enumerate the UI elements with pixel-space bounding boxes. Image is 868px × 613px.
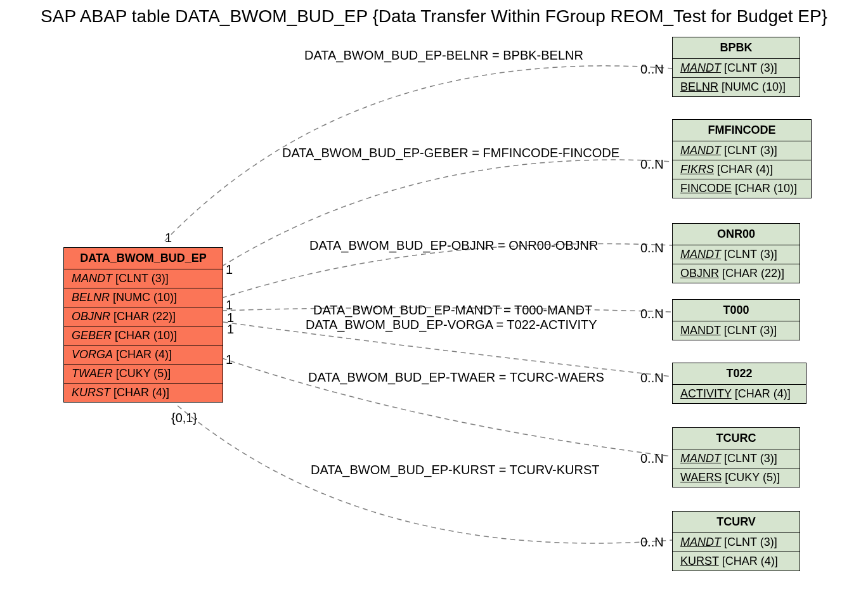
cardinality: 1 xyxy=(226,262,233,277)
cardinality: 0..N xyxy=(640,371,664,385)
entity-bpbk: BPBK MANDT [CLNT (3)] BELNR [NUMC (10)] xyxy=(672,37,800,97)
diagram-title: SAP ABAP table DATA_BWOM_BUD_EP {Data Tr… xyxy=(0,6,868,27)
entity-name: TCURC xyxy=(673,428,800,449)
join-label: DATA_BWOM_BUD_EP-TWAER = TCURC-WAERS xyxy=(308,370,604,385)
entity-tcurv: TCURV MANDT [CLNT (3)] KURST [CHAR (4)] xyxy=(672,511,800,571)
entity-onr00: ONR00 MANDT [CLNT (3)] OBJNR [CHAR (22)] xyxy=(672,223,800,283)
field: MANDT [CLNT (3)] xyxy=(673,245,800,264)
entity-main: DATA_BWOM_BUD_EP MANDT [CLNT (3)] BELNR … xyxy=(63,247,223,403)
cardinality: 0..N xyxy=(640,535,664,550)
entity-t000: T000 MANDT [CLNT (3)] xyxy=(672,299,800,340)
field: KURST [CHAR (4)] xyxy=(64,384,223,402)
field: FINCODE [CHAR (10)] xyxy=(673,179,811,198)
entity-name: T022 xyxy=(673,363,806,385)
entity-fmfincode: FMFINCODE MANDT [CLNT (3)] FIKRS [CHAR (… xyxy=(672,119,812,198)
join-label: DATA_BWOM_BUD_EP-OBJNR = ONR00-OBJNR xyxy=(309,238,598,253)
join-label: DATA_BWOM_BUD_EP-GEBER = FMFINCODE-FINCO… xyxy=(282,146,619,160)
cardinality: 0..N xyxy=(640,307,664,321)
cardinality: 1 xyxy=(226,352,233,367)
field: TWAER [CUKY (5)] xyxy=(64,365,223,384)
field: MANDT [CLNT (3)] xyxy=(673,449,800,468)
cardinality: {0,1} xyxy=(171,411,197,425)
field: VORGA [CHAR (4)] xyxy=(64,345,223,365)
join-label: DATA_BWOM_BUD_EP-BELNR = BPBK-BELNR xyxy=(304,48,583,63)
field: GEBER [CHAR (10)] xyxy=(64,326,223,345)
entity-name: BPBK xyxy=(673,37,800,59)
cardinality: 0..N xyxy=(640,157,664,172)
field: OBJNR [CHAR (22)] xyxy=(673,264,800,283)
entity-name: T000 xyxy=(673,300,800,321)
field: MANDT [CLNT (3)] xyxy=(64,269,223,288)
field: FIKRS [CHAR (4)] xyxy=(673,160,811,179)
entity-name: TCURV xyxy=(673,512,800,533)
cardinality: 0..N xyxy=(640,62,664,77)
cardinality: 0..N xyxy=(640,241,664,255)
cardinality: 1 xyxy=(227,322,234,337)
field: KURST [CHAR (4)] xyxy=(673,552,800,571)
field: WAERS [CUKY (5)] xyxy=(673,468,800,487)
entity-tcurc: TCURC MANDT [CLNT (3)] WAERS [CUKY (5)] xyxy=(672,427,800,487)
cardinality: 0..N xyxy=(640,451,664,466)
join-label: DATA_BWOM_BUD_EP-VORGA = T022-ACTIVITY xyxy=(306,318,597,332)
join-label: DATA_BWOM_BUD_EP-MANDT = T000-MANDT xyxy=(313,303,592,318)
field: OBJNR [CHAR (22)] xyxy=(64,307,223,326)
join-label: DATA_BWOM_BUD_EP-KURST = TCURV-KURST xyxy=(311,463,599,477)
field: BELNR [NUMC (10)] xyxy=(64,288,223,307)
field: BELNR [NUMC (10)] xyxy=(673,78,800,96)
entity-main-name: DATA_BWOM_BUD_EP xyxy=(64,248,223,269)
entity-name: ONR00 xyxy=(673,224,800,245)
field: MANDT [CLNT (3)] xyxy=(673,141,811,160)
field: MANDT [CLNT (3)] xyxy=(673,533,800,552)
field: MANDT [CLNT (3)] xyxy=(673,321,800,340)
cardinality: 1 xyxy=(165,231,172,245)
field: MANDT [CLNT (3)] xyxy=(673,59,800,78)
entity-name: FMFINCODE xyxy=(673,120,811,141)
field: ACTIVITY [CHAR (4)] xyxy=(673,385,806,403)
entity-t022: T022 ACTIVITY [CHAR (4)] xyxy=(672,363,806,404)
